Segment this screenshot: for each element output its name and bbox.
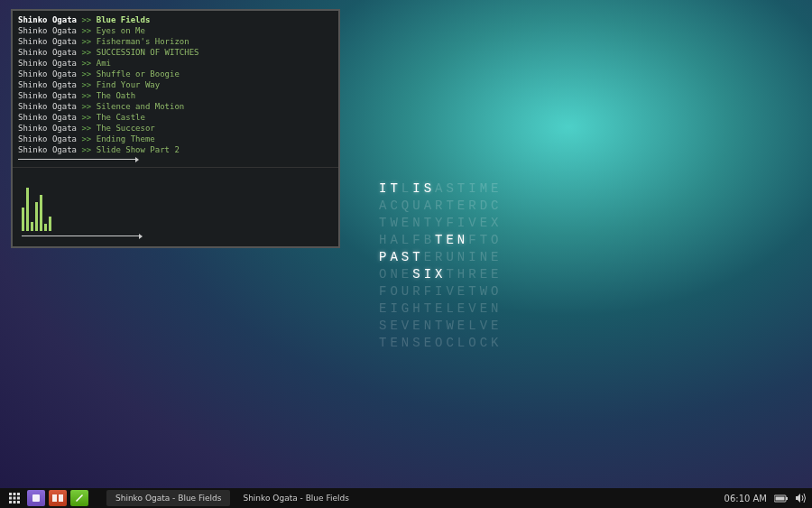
playlist-row[interactable]: Shinko Ogata >> Blue Fields — [18, 14, 333, 25]
separator: >> — [81, 59, 91, 68]
track-artist: Shinko Ogata — [18, 26, 77, 35]
vis-bar — [40, 195, 42, 231]
vis-bar — [31, 222, 33, 231]
track-title: The Oath — [97, 91, 135, 100]
svg-rect-6 — [9, 501, 12, 503]
clock-row: HALFBTENFTO — [379, 232, 502, 249]
track-title: Eyes on Me — [97, 26, 145, 35]
svg-rect-0 — [9, 493, 12, 495]
separator: >> — [81, 102, 91, 111]
playlist-row[interactable]: Shinko Ogata >> Silence and Motion — [18, 101, 333, 112]
clock-row: ITLISASTIME — [379, 180, 502, 198]
separator: >> — [81, 145, 91, 154]
track-artist: Shinko Ogata — [18, 59, 77, 68]
track-title: The Castle — [97, 113, 145, 122]
playlist-row[interactable]: Shinko Ogata >> Slide Show Part 2 — [18, 144, 333, 155]
taskbar[interactable]: Shinko Ogata - Blue Fields Shinko Ogata … — [0, 488, 812, 508]
track-artist: Shinko Ogata — [18, 145, 77, 154]
track-artist: Shinko Ogata — [18, 48, 77, 57]
editor-icon[interactable] — [70, 490, 88, 506]
system-tray: 06:10 AM — [724, 494, 807, 503]
separator: >> — [81, 37, 91, 46]
clock-row: PASTERUNINE — [379, 249, 502, 266]
clock-row: TENSEOCLOCK — [379, 335, 502, 352]
clock-row: EIGHTELEVEN — [379, 300, 502, 318]
track-title: Blue Fields — [97, 15, 151, 24]
svg-rect-11 — [786, 497, 788, 500]
track-artist: Shinko Ogata — [18, 124, 77, 133]
separator: >> — [81, 80, 91, 89]
playlist-row[interactable]: Shinko Ogata >> Ami — [18, 58, 333, 69]
clock-row: ONESIXTHREE — [379, 266, 502, 283]
clock-row: SEVENTWELVE — [379, 318, 502, 335]
taskbar-item-1[interactable]: Shinko Ogata - Blue Fields — [106, 490, 230, 506]
svg-rect-3 — [9, 497, 12, 500]
track-title: Fisherman's Horizon — [97, 37, 189, 46]
track-title: Ami — [97, 59, 111, 68]
svg-rect-12 — [776, 496, 785, 500]
dictionary-icon[interactable] — [49, 490, 67, 506]
separator: >> — [81, 91, 91, 100]
playlist-row[interactable]: Shinko Ogata >> Fisherman's Horizon — [18, 36, 333, 47]
track-title: Shuffle or Boogie — [97, 69, 180, 79]
separator: >> — [81, 15, 91, 24]
playlist-progress — [18, 159, 135, 160]
track-title: The Succesor — [97, 124, 155, 133]
taskbar-item-2[interactable]: Shinko Ogata - Blue Fields — [234, 490, 357, 506]
vis-bar — [49, 217, 51, 231]
playlist-row[interactable]: Shinko Ogata >> Eyes on Me — [18, 25, 333, 36]
file-manager-icon[interactable] — [27, 490, 45, 506]
clock-row: TWENTYFIVEX — [379, 215, 502, 232]
vis-bar — [44, 224, 47, 231]
word-clock-widget: ITLISASTIMEACQUARTERDCTWENTYFIVEXHALFBTE… — [379, 180, 502, 352]
playlist[interactable]: Shinko Ogata >> Blue FieldsShinko Ogata … — [13, 11, 338, 167]
track-title: Silence and Motion — [97, 102, 185, 111]
separator: >> — [81, 48, 91, 57]
playlist-row[interactable]: Shinko Ogata >> Ending Theme — [18, 134, 333, 144]
svg-rect-1 — [14, 493, 16, 495]
separator: >> — [81, 69, 91, 79]
track-title: Find Your Way — [97, 80, 160, 89]
playlist-row[interactable]: Shinko Ogata >> The Castle — [18, 112, 333, 123]
playlist-row[interactable]: Shinko Ogata >> Shuffle or Boogie — [18, 69, 333, 79]
clock-row: FOURFIVETWO — [379, 283, 502, 300]
track-artist: Shinko Ogata — [18, 15, 77, 24]
track-artist: Shinko Ogata — [18, 80, 77, 89]
visualizer-bars — [22, 186, 329, 231]
svg-rect-2 — [17, 493, 20, 495]
svg-rect-4 — [14, 497, 16, 500]
clock-row: ACQUARTERDC — [379, 198, 502, 215]
track-artist: Shinko Ogata — [18, 134, 77, 143]
separator: >> — [81, 124, 91, 133]
svg-rect-5 — [17, 497, 20, 500]
svg-rect-8 — [17, 501, 20, 503]
separator: >> — [81, 113, 91, 122]
vis-bar — [26, 188, 29, 231]
track-artist: Shinko Ogata — [18, 37, 77, 46]
track-artist: Shinko Ogata — [18, 102, 77, 111]
vis-bar — [22, 208, 24, 231]
visualizer-line — [22, 236, 139, 236]
track-title: Slide Show Part 2 — [97, 145, 180, 154]
playlist-row[interactable]: Shinko Ogata >> SUCCESSION OF WITCHES — [18, 47, 333, 58]
track-artist: Shinko Ogata — [18, 113, 77, 122]
track-artist: Shinko Ogata — [18, 91, 77, 100]
playlist-row[interactable]: Shinko Ogata >> Find Your Way — [18, 79, 333, 90]
svg-rect-9 — [32, 494, 40, 502]
separator: >> — [81, 26, 91, 35]
vis-bar — [35, 202, 38, 231]
svg-rect-7 — [14, 501, 16, 503]
track-title: SUCCESSION OF WITCHES — [97, 48, 199, 57]
track-artist: Shinko Ogata — [18, 69, 77, 79]
playlist-row[interactable]: Shinko Ogata >> The Oath — [18, 90, 333, 101]
visualizer — [13, 168, 338, 249]
track-title: Ending Theme — [97, 134, 155, 143]
battery-icon[interactable] — [774, 494, 789, 503]
clock-text: 06:10 AM — [724, 494, 767, 503]
playlist-row[interactable]: Shinko Ogata >> The Succesor — [18, 123, 333, 134]
separator: >> — [81, 134, 91, 143]
volume-icon[interactable] — [796, 494, 807, 503]
apps-menu-icon[interactable] — [5, 490, 23, 506]
music-player-window[interactable]: Shinko Ogata >> Blue FieldsShinko Ogata … — [11, 9, 340, 248]
